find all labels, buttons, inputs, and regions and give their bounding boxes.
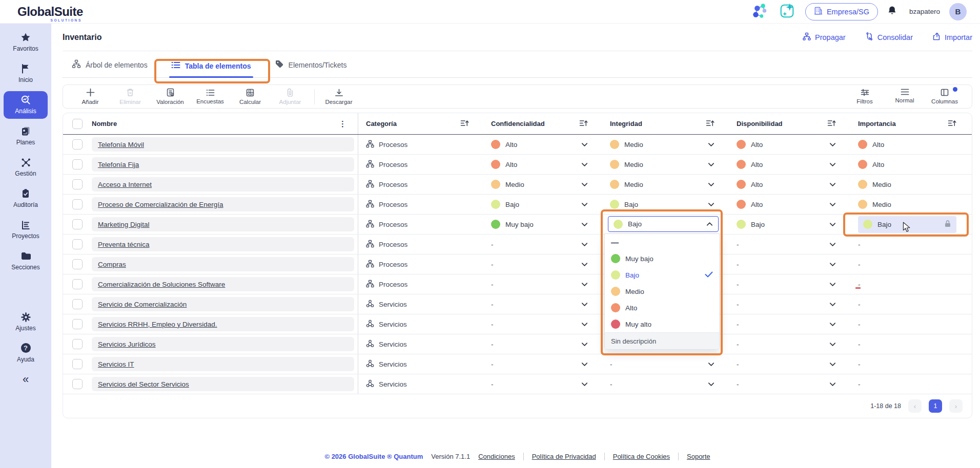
page-1-button[interactable]: 1: [929, 399, 942, 413]
confidencialidad-cell[interactable]: -: [484, 314, 603, 334]
importancia-cell[interactable]: -: [851, 334, 972, 354]
element-link[interactable]: Comercialización de Soluciones Software: [92, 277, 354, 291]
notifications-bell-icon[interactable]: [887, 5, 897, 18]
disponibilidad-cell[interactable]: -: [730, 274, 851, 294]
company-selector-button[interactable]: Empresa/SG: [805, 3, 878, 20]
element-link[interactable]: Servicios del Sector Servicios: [92, 377, 354, 391]
tab-elementos-tickets[interactable]: Elementos/Tickets: [275, 59, 347, 77]
disponibilidad-cell[interactable]: Bajo: [730, 215, 851, 234]
element-link[interactable]: Proceso de Comercialización de Energía: [92, 197, 354, 211]
row-checkbox[interactable]: [72, 179, 83, 189]
importancia-cell[interactable]: -: [851, 235, 972, 254]
disponibilidad-cell[interactable]: Alto: [730, 195, 851, 214]
column-menu-icon[interactable]: ⋮: [339, 120, 358, 127]
confidencialidad-cell[interactable]: -: [484, 254, 603, 274]
confidencialidad-cell[interactable]: Medio: [484, 175, 603, 194]
row-checkbox[interactable]: [72, 279, 83, 289]
disponibilidad-cell[interactable]: Alto: [730, 175, 851, 194]
sidebar-item-ajustes[interactable]: Ajustes: [4, 308, 48, 336]
sidebar-item-ayuda[interactable]: ? Ayuda: [4, 339, 48, 367]
sidebar-item-secciones[interactable]: Secciones: [4, 247, 48, 275]
element-link[interactable]: Servicios RRHH, Empleo y Diversidad.: [92, 317, 354, 331]
dropdown-footer-option[interactable]: Sin descripción: [605, 332, 719, 349]
dropdown-option[interactable]: Alto: [605, 300, 719, 316]
confidencialidad-cell[interactable]: Alto: [484, 135, 603, 154]
disponibilidad-cell[interactable]: Alto: [730, 155, 851, 174]
footer-link-cookies[interactable]: Política de Cookies: [613, 453, 670, 460]
filtros-button[interactable]: Filtros: [845, 89, 885, 104]
importar-button[interactable]: Importar: [932, 32, 972, 42]
dropdown-option[interactable]: Bajo: [605, 267, 719, 283]
disponibilidad-cell[interactable]: -: [730, 314, 851, 334]
confidencialidad-cell[interactable]: Alto: [484, 155, 603, 174]
sort-icon[interactable]: [948, 119, 956, 129]
select-all-checkbox[interactable]: [72, 119, 83, 129]
row-checkbox[interactable]: [72, 359, 83, 369]
disponibilidad-cell[interactable]: -: [730, 354, 851, 374]
sidebar-item-analisis[interactable]: Análisis: [4, 91, 48, 119]
row-checkbox[interactable]: [72, 159, 83, 169]
descargar-button[interactable]: Descargar: [319, 89, 359, 105]
dropdown-option[interactable]: Medio: [605, 283, 719, 300]
importancia-cell[interactable]: -: [851, 374, 972, 394]
disponibilidad-cell[interactable]: -: [730, 334, 851, 354]
confidencialidad-cell[interactable]: -: [484, 354, 603, 374]
importancia-cell[interactable]: -: [851, 354, 972, 374]
row-checkbox[interactable]: [72, 239, 83, 249]
consolidar-button[interactable]: Consolidar: [865, 32, 913, 42]
sidebar-collapse-button[interactable]: «: [23, 373, 29, 386]
importancia-cell[interactable]: Bajo: [851, 215, 972, 234]
integridad-cell[interactable]: Bajo: [603, 195, 730, 214]
valoracion-button[interactable]: Valoración: [150, 88, 190, 105]
integridad-cell[interactable]: Medio: [603, 135, 730, 154]
element-link[interactable]: Preventa técnica: [92, 237, 354, 251]
dropdown-option[interactable]: Muy bajo: [605, 250, 719, 267]
sidebar-item-favoritos[interactable]: Favoritos: [4, 29, 48, 56]
row-checkbox[interactable]: [72, 339, 83, 349]
calcular-button[interactable]: Calcular: [230, 89, 270, 105]
element-link[interactable]: Acceso a Internet: [92, 177, 354, 192]
integridad-cell[interactable]: -: [603, 354, 730, 374]
next-page-button[interactable]: ›: [949, 399, 963, 413]
dropdown-option[interactable]: Muy alto: [605, 316, 719, 332]
dropdown-option[interactable]: —: [605, 234, 719, 250]
footer-link-condiciones[interactable]: Condiciones: [478, 453, 515, 460]
importancia-cell[interactable]: Alto: [851, 155, 972, 174]
confidencialidad-cell[interactable]: -: [484, 334, 603, 354]
integrations-icon[interactable]: [751, 2, 769, 22]
sidebar-item-planes[interactable]: Planes: [4, 122, 48, 150]
confidencialidad-cell[interactable]: -: [484, 235, 603, 254]
confidencialidad-cell[interactable]: -: [484, 374, 603, 394]
user-avatar[interactable]: B: [949, 3, 967, 20]
sort-icon[interactable]: [827, 119, 836, 129]
row-checkbox[interactable]: [72, 199, 83, 209]
element-link[interactable]: Telefonía Fija: [92, 157, 354, 172]
integridad-cell[interactable]: Medio: [603, 175, 730, 194]
element-link[interactable]: Servicios IT: [92, 357, 354, 371]
anadir-button[interactable]: Añadir: [70, 88, 110, 105]
importancia-cell[interactable]: -: [851, 254, 972, 274]
tab-tabla-de-elementos[interactable]: Tabla de elementos: [171, 61, 251, 77]
propagar-button[interactable]: Propagar: [803, 32, 846, 42]
disponibilidad-cell[interactable]: Alto: [730, 135, 851, 154]
element-link[interactable]: Marketing Digital: [92, 217, 354, 231]
row-checkbox[interactable]: [72, 139, 83, 150]
encuestas-button[interactable]: Encuestas: [190, 89, 230, 104]
importancia-cell[interactable]: -: [851, 294, 972, 314]
sort-icon[interactable]: [579, 119, 588, 129]
row-checkbox[interactable]: [72, 379, 83, 389]
confidencialidad-cell[interactable]: Muy bajo: [484, 215, 603, 234]
prev-page-button[interactable]: ‹: [908, 399, 922, 413]
element-link[interactable]: Servicios Jurídicos: [92, 337, 354, 351]
row-checkbox[interactable]: [72, 219, 83, 229]
confidencialidad-cell[interactable]: -: [484, 294, 603, 314]
tab-arbol-de-elementos[interactable]: Árbol de elementos: [72, 59, 148, 77]
importancia-cell[interactable]: Medio: [851, 175, 972, 194]
row-checkbox[interactable]: [72, 259, 83, 269]
disponibilidad-cell[interactable]: -: [730, 235, 851, 254]
sidebar-item-inicio[interactable]: Inicio: [4, 60, 48, 88]
disponibilidad-cell[interactable]: -: [730, 294, 851, 314]
importancia-cell[interactable]: Alto: [851, 135, 972, 154]
integridad-cell[interactable]: -: [603, 374, 730, 394]
element-link[interactable]: Telefonía Móvil: [92, 137, 354, 152]
